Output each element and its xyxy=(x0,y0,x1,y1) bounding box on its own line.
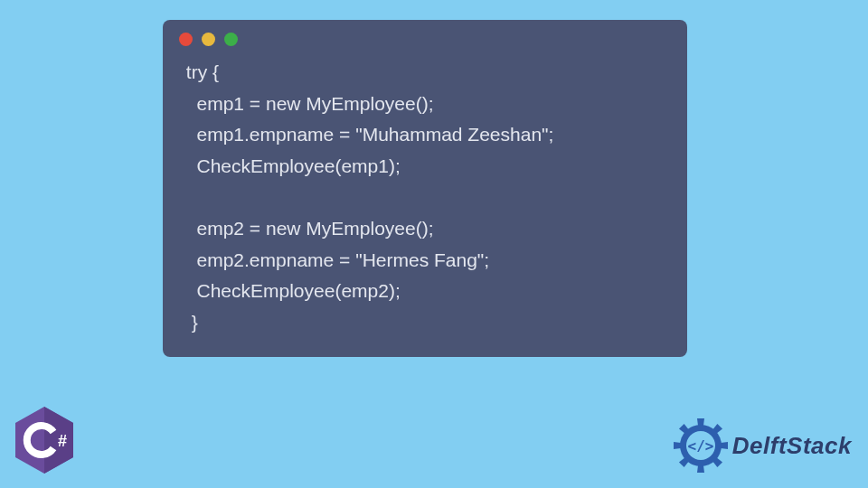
svg-marker-5 xyxy=(721,442,728,449)
svg-text:</>: </> xyxy=(687,437,713,455)
svg-marker-7 xyxy=(697,465,704,473)
minimize-dot-icon xyxy=(202,33,215,46)
delftstack-text: DelftStack xyxy=(732,432,852,460)
code-block: try { emp1 = new MyEmployee(); emp1.empn… xyxy=(163,53,687,343)
maximize-dot-icon xyxy=(224,33,238,46)
csharp-logo-icon: # xyxy=(13,405,76,475)
delftstack-logo: </> DelftStack xyxy=(673,418,852,474)
svg-marker-3 xyxy=(697,418,704,426)
delftstack-gear-icon: </> xyxy=(673,418,729,474)
code-window: try { emp1 = new MyEmployee(); emp1.empn… xyxy=(163,20,687,357)
svg-marker-9 xyxy=(674,442,681,449)
close-dot-icon xyxy=(179,33,193,46)
window-traffic-lights xyxy=(163,20,687,53)
svg-text:#: # xyxy=(58,432,67,450)
